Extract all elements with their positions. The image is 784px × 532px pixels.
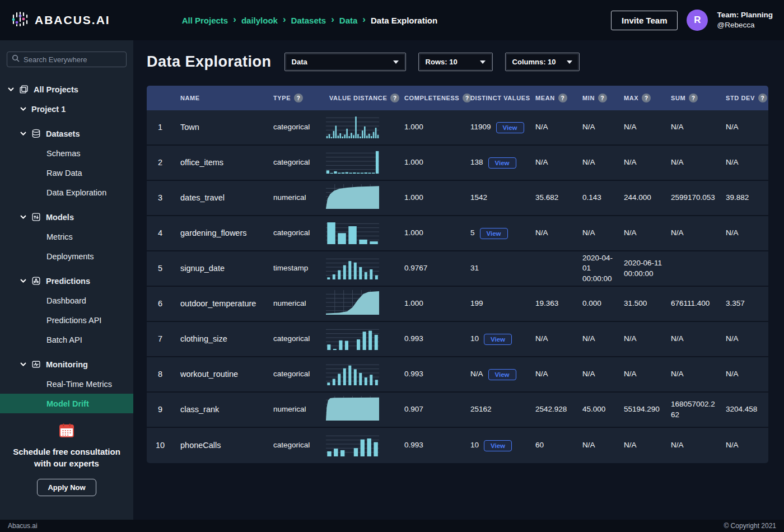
completeness-value: 1.000 — [398, 298, 464, 309]
view-button[interactable]: View — [484, 440, 512, 451]
table-row: 9class_ranknumerical0.90725162View2542.9… — [147, 393, 768, 428]
chevron-down-icon — [20, 362, 26, 366]
feature-type: numerical — [267, 298, 323, 309]
sum-value: N/A — [664, 369, 719, 379]
feature-type: categorical — [267, 440, 323, 450]
calendar-icon — [8, 423, 125, 438]
breadcrumb-data[interactable]: Data — [339, 16, 358, 25]
invite-team-button[interactable]: Invite Team — [611, 11, 678, 30]
std-dev-value: N/A — [719, 122, 768, 132]
sidebar-item-predictions-api[interactable]: Predictions API — [0, 310, 133, 330]
feature-name: clothing_size — [174, 334, 267, 345]
distinct-values-count: 31 — [470, 263, 479, 273]
search-input[interactable] — [24, 55, 122, 64]
row-index: 5 — [147, 263, 174, 274]
distinct-values-count: N/A — [470, 369, 483, 379]
view-button[interactable]: View — [484, 334, 512, 345]
max-value: 55194.290 — [617, 404, 664, 414]
sidebar-item-datasets[interactable]: Datasets — [0, 124, 133, 143]
help-icon[interactable]: ? — [642, 94, 651, 102]
view-button[interactable]: View — [488, 157, 516, 169]
chevron-down-icon — [20, 107, 26, 111]
mean-value: 60 — [529, 440, 576, 450]
search-box[interactable] — [7, 52, 127, 67]
table-row: 10phoneCallscategorical0.99310View60N/AN… — [147, 428, 768, 463]
feature-type: categorical — [267, 334, 323, 344]
help-icon[interactable]: ? — [758, 94, 767, 102]
sidebar-item-schemas[interactable]: Schemas — [0, 143, 133, 163]
column-header-completeness: COMPLETENESS? — [398, 94, 464, 102]
data-select[interactable]: Data — [284, 53, 406, 71]
sidebar-item-dashboard[interactable]: Dashboard — [0, 291, 133, 310]
min-value: N/A — [576, 334, 617, 344]
column-header-std-dev: STD DEV? — [719, 94, 768, 102]
sidebar-item-data-exploration[interactable]: Data Exploration — [0, 183, 133, 202]
apply-now-button[interactable]: Apply Now — [37, 479, 96, 496]
help-icon[interactable]: ? — [598, 94, 607, 102]
min-value: N/A — [576, 122, 617, 132]
mean-value: 35.682 — [529, 193, 576, 203]
breadcrumb-all-projects[interactable]: All Projects — [182, 16, 228, 25]
min-value: N/A — [576, 369, 617, 379]
sidebar-item-raw-data[interactable]: Raw Data — [0, 163, 133, 183]
feature-name: gardening_flowers — [174, 228, 267, 239]
breadcrumb-dailylook[interactable]: dailylook — [241, 16, 278, 25]
team-name: Team: Planning — [717, 10, 773, 20]
sidebar-item-project-1[interactable]: Project 1 — [0, 99, 133, 119]
breadcrumb-current-page: Data Exploration — [371, 16, 437, 25]
rows-select-value: Rows: 10 — [426, 58, 458, 66]
view-button[interactable]: View — [496, 122, 524, 133]
std-dev-value: N/A — [719, 440, 768, 450]
database-icon — [31, 129, 41, 138]
sidebar-item-label: All Projects — [34, 85, 78, 94]
completeness-value: 1.000 — [398, 193, 464, 203]
feature-type: numerical — [267, 193, 323, 203]
table-row: 4gardening_flowerscategorical1.0005ViewN… — [147, 216, 768, 251]
sidebar-item-batch-api[interactable]: Batch API — [0, 330, 133, 349]
view-button[interactable]: View — [488, 369, 516, 380]
sidebar-item-deployments[interactable]: Deployments — [0, 246, 133, 266]
rows-select[interactable]: Rows: 10 — [418, 53, 493, 71]
row-index: 1 — [147, 122, 174, 133]
help-icon[interactable]: ? — [294, 94, 303, 102]
column-header-distinct-values: DISTINCT VALUES? — [464, 95, 529, 101]
sidebar-item-models[interactable]: Models — [0, 207, 133, 227]
breadcrumb-datasets[interactable]: Datasets — [291, 16, 326, 25]
chevron-down-icon — [20, 279, 26, 283]
abacus-logo[interactable]: ABACUS.AI — [11, 10, 110, 30]
columns-select[interactable]: Columns: 10 — [505, 53, 580, 71]
column-header-sum: SUM? — [664, 94, 719, 102]
distinct-values-count: 10 — [470, 440, 479, 450]
sidebar-item-label: Batch API — [46, 335, 82, 344]
sum-value: N/A — [664, 334, 719, 344]
predictions-icon — [31, 276, 41, 286]
view-button[interactable]: View — [480, 228, 508, 239]
max-value: N/A — [617, 440, 664, 450]
sidebar: All Projects Project 1 Datasets Schemas … — [0, 40, 133, 520]
caret-down-icon — [393, 60, 399, 64]
table-header-row: NAME? TYPE? VALUE DISTANCE? COMPLETENESS… — [147, 86, 768, 110]
sidebar-item-metrics[interactable]: Metrics — [0, 227, 133, 246]
sidebar-item-real-time-metrics[interactable]: Real-Time Metrics — [0, 374, 133, 394]
sidebar-item-label: Dashboard — [46, 296, 86, 305]
column-header-mean: MEAN? — [529, 94, 576, 102]
completeness-value: 0.9767 — [398, 263, 464, 273]
table-row: 6outdoor_temperaturenumerical1.000199Vie… — [147, 287, 768, 322]
help-icon[interactable]: ? — [689, 94, 698, 102]
help-icon[interactable]: ? — [558, 94, 567, 102]
avatar[interactable]: R — [687, 10, 708, 31]
sidebar-item-predictions[interactable]: Predictions — [0, 271, 133, 291]
row-index: 6 — [147, 298, 174, 310]
sidebar-item-all-projects[interactable]: All Projects — [0, 80, 133, 99]
main-content: Data Exploration Data Rows: 10 Columns: … — [133, 40, 784, 520]
sidebar-item-model-drift[interactable]: Model Drift — [0, 394, 133, 413]
value-distance-chart — [323, 432, 398, 459]
abacus-logo-icon — [11, 10, 29, 30]
sidebar-item-monitoring[interactable]: Monitoring — [0, 354, 133, 374]
sidebar-nav: All Projects Project 1 Datasets Schemas … — [0, 80, 133, 413]
breadcrumb-separator: › — [283, 14, 286, 25]
projects-folder-icon — [19, 85, 29, 94]
sidebar-item-label: Models — [46, 213, 74, 222]
row-index: 2 — [147, 157, 174, 169]
sum-value: 2599170.053 — [664, 193, 719, 203]
